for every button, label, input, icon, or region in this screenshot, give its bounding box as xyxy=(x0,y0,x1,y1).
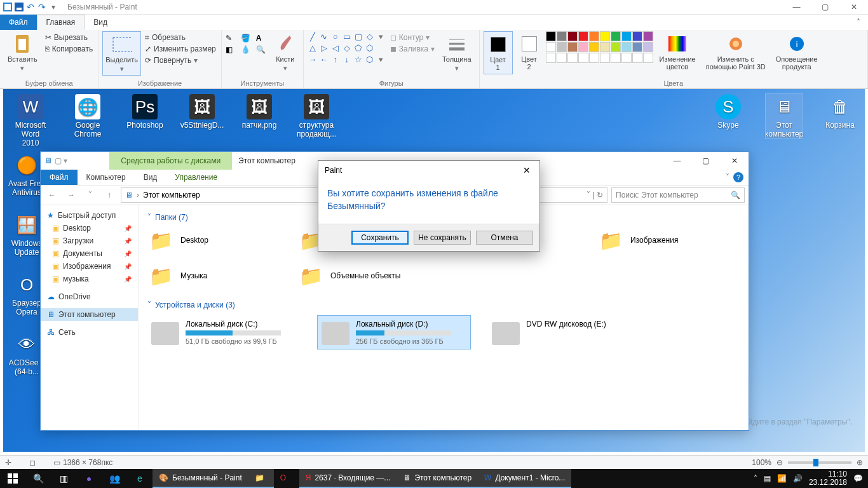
desktop-icon[interactable]: 🖥Этот компьютер xyxy=(766,94,803,139)
color-swatch[interactable] xyxy=(589,31,599,41)
desktop-icon[interactable]: 🌐Google Chrome xyxy=(69,94,106,147)
color-swatch[interactable] xyxy=(621,42,632,52)
sidebar-item[interactable]: ▣музыка📌 xyxy=(41,273,138,285)
ribbon-collapse-icon[interactable]: ˄ xyxy=(849,15,868,30)
desktop-icon[interactable]: 🗑Корзина xyxy=(822,94,858,139)
cut-button[interactable]: ✂Вырезать xyxy=(44,32,95,43)
drive-item[interactable]: Локальный диск (C:)51,0 ГБ свободно из 9… xyxy=(147,316,300,349)
color-swatch[interactable] xyxy=(600,53,610,63)
color-swatch[interactable] xyxy=(578,31,588,41)
shapes-gallery[interactable]: ╱∿○▭▢◇▾ △▷◁◇⬠⬡ →←↑↓☆⬡▾ xyxy=(308,31,386,64)
dont-save-button[interactable]: Не сохранять xyxy=(414,231,471,245)
color-palette[interactable] xyxy=(546,31,653,63)
nav-forward[interactable]: → xyxy=(64,187,79,203)
paste-button[interactable]: Вставить ▾ xyxy=(4,31,41,74)
tray-volume-icon[interactable]: 🔊 xyxy=(793,474,803,483)
sidebar-item[interactable]: ▣Документы📌 xyxy=(41,247,138,260)
color-swatch[interactable] xyxy=(621,31,632,41)
explorer-tab-view[interactable]: Вид xyxy=(135,170,166,185)
text-icon[interactable]: A xyxy=(256,34,269,43)
sidebar-this-pc[interactable]: 🖥Этот компьютер xyxy=(41,308,138,321)
drive-item[interactable]: DVD RW дисковод (E:) xyxy=(488,316,641,349)
brushes-button[interactable]: Кисти ▾ xyxy=(271,31,299,74)
sidebar-item[interactable]: ▣Загрузки📌 xyxy=(41,234,138,247)
select-button[interactable]: Выделить ▾ xyxy=(102,31,141,76)
color-swatch[interactable] xyxy=(546,31,556,41)
desktop-icon[interactable]: 🖼патчи.png xyxy=(241,94,278,147)
qat-dropdown-icon[interactable]: ▾ xyxy=(48,2,58,12)
ribbon-expand-icon[interactable]: ˅ xyxy=(726,173,729,182)
edge-button[interactable]: e xyxy=(127,469,153,488)
color-swatch[interactable] xyxy=(589,53,599,63)
sidebar-network[interactable]: 🖧Сеть xyxy=(41,326,138,339)
color-swatch[interactable] xyxy=(578,53,588,63)
tab-view[interactable]: Вид xyxy=(85,15,116,30)
explorer-tab-computer[interactable]: Компьютер xyxy=(78,170,135,185)
pencil-icon[interactable]: ✎ xyxy=(226,34,238,43)
redo-icon[interactable]: ↷ xyxy=(37,2,47,12)
folder-item[interactable]: 📁Объемные объекты xyxy=(297,262,431,289)
taskbar-opera[interactable]: O xyxy=(274,469,299,488)
explorer-minimize[interactable]: — xyxy=(663,152,691,170)
nav-up[interactable]: ↑ xyxy=(102,187,117,203)
search-button[interactable]: 🔍 xyxy=(25,469,51,488)
taskbar-word[interactable]: WДокумент1 - Micro... xyxy=(478,469,571,488)
context-tab-drives[interactable]: Средства работы с дисками xyxy=(109,152,232,170)
color-swatch[interactable] xyxy=(600,31,610,41)
folder-item[interactable]: 📁Музыка xyxy=(147,262,281,289)
explorer-close[interactable]: ✕ xyxy=(720,152,749,170)
color-swatch[interactable] xyxy=(567,31,578,41)
color-swatch[interactable] xyxy=(546,42,556,52)
zoom-in[interactable]: ⊕ xyxy=(857,458,863,467)
color-swatch[interactable] xyxy=(632,53,642,63)
paint-canvas[interactable]: WMicrosoft Word 2010🌐Google ChromePsPhot… xyxy=(0,89,868,455)
taskbar-yandex[interactable]: Я2637 · Входящие —... xyxy=(299,469,397,488)
copy-button[interactable]: ⎘Копировать xyxy=(44,44,95,54)
color-swatch[interactable] xyxy=(643,42,653,52)
color-swatch[interactable] xyxy=(621,53,632,63)
tray-notifications-icon[interactable]: 💬 xyxy=(853,474,863,483)
crop-button[interactable]: ⌗Обрезать xyxy=(144,32,217,43)
nav-recent[interactable]: ˅ xyxy=(83,187,98,203)
color-swatch[interactable] xyxy=(557,42,567,52)
task-view-button[interactable]: ▥ xyxy=(51,469,76,488)
start-button[interactable] xyxy=(0,469,25,488)
zoom-out[interactable]: ⊖ xyxy=(776,458,783,467)
color1-button[interactable]: Цвет 1 xyxy=(484,31,513,74)
resize-button[interactable]: ⤢Изменить размер xyxy=(144,44,217,54)
sidebar-item[interactable]: ▣Desktop📌 xyxy=(41,222,138,234)
minimize-button[interactable]: — xyxy=(782,0,811,15)
color-swatch[interactable] xyxy=(611,31,621,41)
sidebar-quick-access[interactable]: ★Быстрый доступ xyxy=(41,209,138,222)
outline-button[interactable]: ◻Контур ▾ xyxy=(389,32,436,43)
tray-wifi-icon[interactable]: 📶 xyxy=(777,474,787,483)
color-swatch[interactable] xyxy=(546,53,556,63)
nav-back[interactable]: ← xyxy=(44,187,60,203)
zoom-icon[interactable]: 🔍 xyxy=(256,45,269,54)
color-swatch[interactable] xyxy=(643,31,653,41)
color-swatch[interactable] xyxy=(611,53,621,63)
desktop-icon[interactable]: PsPhotoshop xyxy=(126,94,163,147)
desktop-icon[interactable]: 🖼структура продающ... xyxy=(298,94,335,147)
edit-colors-button[interactable]: Изменение цветов xyxy=(656,31,700,73)
folder-item[interactable]: 📁Desktop xyxy=(147,227,281,254)
tab-home[interactable]: Главная xyxy=(37,15,85,30)
desktop-icon[interactable]: 🖼v5SttniegD... xyxy=(184,94,220,147)
sidebar-onedrive[interactable]: ☁OneDrive xyxy=(41,290,138,303)
shape-fill-button[interactable]: ◼Заливка ▾ xyxy=(389,44,436,54)
color-swatch[interactable] xyxy=(600,42,610,52)
taskbar-explorer-pin[interactable]: 📁 xyxy=(248,469,274,488)
desktop-icon[interactable]: SSkype xyxy=(710,94,747,139)
color-swatch[interactable] xyxy=(589,42,599,52)
color-swatch[interactable] xyxy=(557,31,567,41)
cortana-button[interactable]: ● xyxy=(76,469,102,488)
taskbar-explorer[interactable]: 🖥Этот компьютер xyxy=(397,469,478,488)
undo-icon[interactable]: ↶ xyxy=(25,2,36,12)
explorer-search[interactable]: Поиск: Этот компьютер 🔍 xyxy=(611,187,745,203)
color-swatch[interactable] xyxy=(567,53,578,63)
eraser-icon[interactable]: ◧ xyxy=(226,45,238,54)
paint3d-button[interactable]: Изменить с помощью Paint 3D xyxy=(702,31,770,73)
explorer-maximize[interactable]: ▢ xyxy=(691,152,720,170)
help-icon[interactable]: ? xyxy=(733,172,743,182)
zoom-slider[interactable] xyxy=(788,461,851,464)
